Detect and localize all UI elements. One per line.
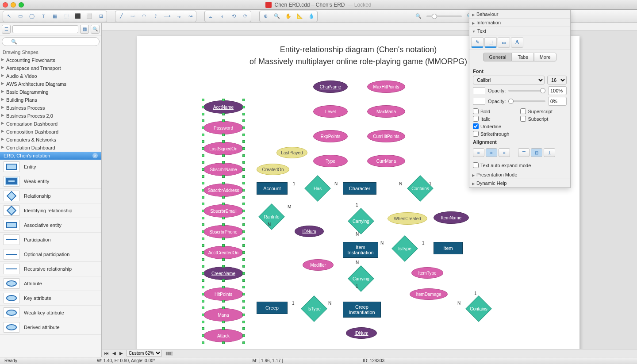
shape-item[interactable]: Attribute [0,276,101,291]
nav-next-icon[interactable]: ▶ [119,351,123,356]
subscript-checkbox[interactable]: Subscript [520,116,562,122]
toolbar-hand[interactable]: ✋ [283,11,294,21]
library-filter-input[interactable] [12,25,78,33]
erd-entity[interactable]: Item [434,242,463,254]
text-color-swatch[interactable] [473,87,485,94]
shape-item[interactable]: Identifying relationship [0,203,101,218]
erd-entity[interactable]: Creep [257,302,288,314]
erd-relationship[interactable]: Carrying [348,271,374,287]
toolbar-spline[interactable]: ↝ [185,11,196,21]
erd-relationship[interactable]: IsType [391,241,418,257]
erd-attr[interactable]: CurrMana [367,155,405,167]
category-item[interactable]: AWS Architecture Diagrams [0,80,101,88]
erd-attr[interactable]: CharName [313,80,348,93]
erd-attr[interactable]: IDNum [346,327,377,339]
superscript-checkbox[interactable]: Superscript [520,108,562,114]
zoom-select[interactable]: Custom 62% [127,350,162,356]
inspector-section-behaviour[interactable]: Behaviour [469,10,570,19]
category-item[interactable]: Composition Dashboard [0,128,101,136]
toolbar-flip2[interactable]: ⟳ [240,11,250,21]
erd-attr[interactable]: LastPlayed [276,147,307,158]
category-item[interactable]: Audio & Video [0,72,101,80]
toolbar-group2[interactable]: ⬚ [61,11,72,21]
bold-checkbox[interactable]: Bold [473,108,515,114]
erd-attr[interactable]: IDNum [295,226,324,237]
erd-relationship[interactable]: Has [304,180,331,196]
category-item[interactable]: Business Process [0,104,101,112]
toolbar-group3[interactable]: ⬛ [73,11,83,21]
close-category-icon[interactable]: × [92,153,98,158]
erd-attr[interactable]: WhenCreated [388,212,427,225]
toolbar-orth1[interactable]: ⟶ [162,11,173,21]
library-tree-icon[interactable]: ☰ [2,25,11,34]
shape-item[interactable]: Optional participation [0,247,101,262]
erd-relationship[interactable]: Contains [465,301,492,317]
toolbar-arc[interactable]: ◠ [139,11,150,21]
opacity-slider-2[interactable] [508,100,545,102]
inspector-section-information[interactable]: Information [469,19,570,27]
zoom-slider[interactable] [426,15,462,17]
toolbar-align1[interactable]: ⫠ [205,11,216,21]
erd-entity[interactable]: Creep Instantiation [343,302,381,318]
shape-search-input[interactable] [2,37,100,46]
shape-item[interactable]: Key attribute [0,291,101,306]
erd-relationship[interactable]: RanInfo [258,209,285,225]
text-color-icon[interactable]: ✎ [471,37,484,48]
category-item[interactable]: Aerospace and Transport [0,64,101,72]
toolbar-text[interactable]: T [38,11,49,21]
shape-item[interactable]: Entity [0,160,101,174]
toolbar-eyedrop[interactable]: 💧 [306,11,317,21]
toolbar-orth2[interactable]: ⬎ [173,11,184,21]
font-family-select[interactable]: Calibri [473,76,545,84]
toolbar-refresh[interactable]: ⊕ [260,11,271,21]
inspector-section-dynamic[interactable]: Dynamic Help [469,179,570,188]
valign-top[interactable]: ⊤ [518,148,530,157]
page-thumbnails[interactable]: ▮▮▮▯ [165,351,173,356]
shape-item[interactable]: Weak entity [0,174,101,189]
align-center[interactable]: ≡ [486,148,497,157]
text-fill-icon[interactable]: ⬚ [484,37,497,48]
toolbar-guides[interactable]: 📐 [295,11,305,21]
library-grid-icon[interactable]: ▦ [80,25,89,34]
erd-relationship[interactable]: IsType [301,301,327,317]
opacity-slider-1[interactable] [508,90,545,92]
erd-attr[interactable]: Level [313,105,348,118]
toolbar-group5[interactable]: ⊞ [96,11,106,21]
erd-entity[interactable]: Account [257,182,288,195]
category-item[interactable]: Computers & Networks [0,136,101,144]
toolbar-align2[interactable]: ⫞ [217,11,227,21]
toolbar-curve[interactable]: 〰 [127,11,138,21]
italic-checkbox[interactable]: Italic [473,116,515,122]
shape-item[interactable]: Relationship [0,189,101,203]
inspector-panel[interactable]: Behaviour Information Text ✎ ⬚ ▭ A Gener… [469,10,571,188]
opacity-value-2[interactable] [548,97,567,106]
toolbar-line[interactable]: ╱ [116,11,127,21]
font-size-select[interactable]: 16 [547,76,567,84]
opacity-value-1[interactable] [548,86,567,95]
auto-expand-checkbox[interactable]: Text auto expand mode [473,162,567,168]
erd-attr[interactable]: ItemType [411,267,443,279]
erd-entity[interactable]: Item Instantiation [343,242,378,258]
toolbar-group1[interactable]: ▦ [50,11,60,21]
category-item[interactable]: Comparison Dashboard [0,120,101,128]
nav-prev-icon[interactable]: ◀ [112,351,116,356]
inspector-tab-more[interactable]: More [534,53,556,61]
toolbar-group4[interactable]: ⬜ [84,11,95,21]
valign-middle[interactable]: ⊟ [531,148,542,157]
erd-attr[interactable]: ItemDamage [410,288,448,300]
library-search-icon[interactable]: 🔍 [91,25,100,34]
shape-item[interactable]: Recursive relationship [0,262,101,276]
erd-attr[interactable]: Modifier [303,259,334,271]
selected-category[interactable]: ERD, Chen's notation × [0,152,101,160]
inspector-section-presentation[interactable]: Presentation Mode [469,171,570,179]
nav-first-icon[interactable]: ⏮ [104,351,109,356]
toolbar-zoom-in[interactable]: 🔍 [272,11,282,21]
zoom-out-icon[interactable]: 🔍 [413,11,424,21]
shape-item[interactable]: Derived attribute [0,320,101,335]
category-item[interactable]: Accounting Flowcharts [0,56,101,64]
category-item[interactable]: Building Plans [0,96,101,104]
erd-attr[interactable]: ItemName [434,211,469,224]
align-right[interactable]: ≡ [499,148,510,157]
shape-item[interactable]: Associative entity [0,218,101,233]
category-item[interactable]: Correlation Dashboard [0,144,101,152]
